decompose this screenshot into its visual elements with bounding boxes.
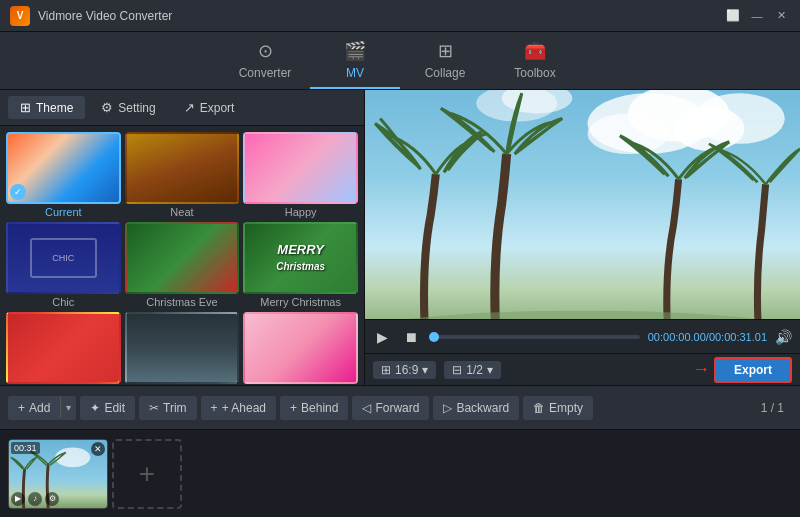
theme-label-merry-christmas: Merry Christmas	[260, 296, 341, 308]
tab-toolbox[interactable]: 🧰 Toolbox	[490, 37, 580, 89]
panel-tab-theme-label: Theme	[36, 101, 73, 115]
quality-select[interactable]: ⊟ 1/2 ▾	[444, 361, 501, 379]
play-button[interactable]: ▶	[373, 327, 392, 347]
theme-grid: ✓ Current Neat Happy	[0, 126, 364, 385]
setting-gear-icon: ⚙	[101, 100, 113, 115]
forward-button[interactable]: ◁ Forward	[352, 396, 429, 420]
maximize-button[interactable]: —	[748, 7, 766, 25]
video-preview	[365, 90, 800, 319]
theme-thumb-happy	[243, 132, 358, 204]
backward-label: Backward	[456, 401, 509, 415]
quality-chevron-icon: ▾	[487, 363, 493, 377]
add-button-group: + Add ▾	[8, 396, 76, 420]
theme-item-merry-christmas[interactable]: MERRYChristmas Merry Christmas	[243, 222, 358, 308]
mv-icon: 🎬	[344, 40, 366, 62]
volume-icon[interactable]: 🔊	[775, 329, 792, 345]
edit-icon: ✦	[90, 401, 100, 415]
page-indicator: 1 / 1	[761, 401, 784, 415]
backward-icon: ▷	[443, 401, 452, 415]
empty-button[interactable]: 🗑 Empty	[523, 396, 593, 420]
film-volume-icon[interactable]: ♪	[28, 492, 42, 506]
panel-tab-setting-label: Setting	[118, 101, 155, 115]
tab-collage[interactable]: ⊞ Collage	[400, 37, 490, 89]
tab-mv[interactable]: 🎬 MV	[310, 37, 400, 89]
bottom-toolbar: + Add ▾ ✦ Edit ✂ Trim + + Ahead + Behind…	[0, 385, 800, 429]
toolbox-icon: 🧰	[524, 40, 546, 62]
timeline: 00:31 ✕ ▶ ♪ ⚙ +	[0, 429, 800, 517]
progress-dot	[429, 332, 439, 342]
collage-icon: ⊞	[438, 40, 453, 62]
theme-item-happy[interactable]: Happy	[243, 132, 358, 218]
backward-button[interactable]: ▷ Backward	[433, 396, 519, 420]
progress-bar[interactable]	[430, 335, 640, 339]
quality-icon: ⊟	[452, 363, 462, 377]
add-clip-button[interactable]: +	[112, 439, 182, 509]
check-badge-current: ✓	[10, 184, 26, 200]
close-button[interactable]: ✕	[772, 7, 790, 25]
film-settings-icon[interactable]: ⚙	[45, 492, 59, 506]
app-title: Vidmore Video Converter	[38, 9, 172, 23]
theme-label-happy: Happy	[285, 206, 317, 218]
ahead-label: + Ahead	[222, 401, 266, 415]
theme-thumb-neat	[125, 132, 240, 204]
converter-icon: ⊙	[258, 40, 273, 62]
video-controls-row2: ⊞ 16:9 ▾ ⊟ 1/2 ▾ → Export	[365, 353, 800, 385]
tab-converter[interactable]: ⊙ Converter	[220, 37, 310, 89]
panel-tab-setting[interactable]: ⚙ Setting	[89, 96, 167, 119]
theme-thumb-snowy	[125, 312, 240, 384]
theme-item-snowy[interactable]: Snowy Night	[125, 312, 240, 385]
film-clip-duration: 00:31	[11, 442, 40, 454]
theme-thumb-christmas-eve	[125, 222, 240, 294]
svg-point-3	[588, 113, 669, 153]
add-main-button[interactable]: + Add	[8, 396, 60, 420]
ratio-value: 16:9	[395, 363, 418, 377]
theme-thumb-current: ✓	[6, 132, 121, 204]
trim-button[interactable]: ✂ Trim	[139, 396, 197, 420]
export-area: → Export	[509, 357, 792, 383]
theme-item-current[interactable]: ✓ Current	[6, 132, 121, 218]
forward-label: Forward	[375, 401, 419, 415]
minimize-button[interactable]: ⬜	[724, 7, 742, 25]
theme-item-chic[interactable]: CHIC Chic	[6, 222, 121, 308]
trim-icon: ✂	[149, 401, 159, 415]
theme-item-neat[interactable]: Neat	[125, 132, 240, 218]
edit-label: Edit	[104, 401, 125, 415]
video-controls-row1: ▶ ⏹ 00:00:00.00/00:00:31.01 🔊	[365, 319, 800, 353]
theme-label-chic: Chic	[52, 296, 74, 308]
ahead-plus-icon: +	[211, 401, 218, 415]
film-clip-close[interactable]: ✕	[91, 442, 105, 456]
forward-icon: ◁	[362, 401, 371, 415]
panel-tab-theme[interactable]: ⊞ Theme	[8, 96, 85, 119]
behind-plus-icon: +	[290, 401, 297, 415]
add-label: Add	[29, 401, 50, 415]
svg-point-5	[694, 93, 785, 144]
theme-grid-icon: ⊞	[20, 100, 31, 115]
theme-item-santa[interactable]: Santa Claus	[6, 312, 121, 385]
empty-trash-icon: 🗑	[533, 401, 545, 415]
behind-button[interactable]: + Behind	[280, 396, 348, 420]
export-button[interactable]: Export	[714, 357, 792, 383]
stop-button[interactable]: ⏹	[400, 327, 422, 347]
add-plus-icon: +	[18, 401, 25, 415]
theme-label-current: Current	[45, 206, 82, 218]
theme-item-stripes[interactable]: Stripes & Waves	[243, 312, 358, 385]
ahead-button[interactable]: + + Ahead	[201, 396, 276, 420]
ratio-chevron-icon: ▾	[422, 363, 428, 377]
film-clip-controls: ▶ ♪ ⚙	[11, 492, 59, 506]
edit-button[interactable]: ✦ Edit	[80, 396, 135, 420]
panel-tab-export-label: Export	[200, 101, 235, 115]
export-arrow-icon: ↗	[184, 100, 195, 115]
theme-thumb-santa	[6, 312, 121, 384]
nav-tabs: ⊙ Converter 🎬 MV ⊞ Collage 🧰 Toolbox	[0, 32, 800, 90]
title-bar-controls: ⬜ — ✕	[724, 7, 790, 25]
add-dropdown-arrow[interactable]: ▾	[60, 397, 76, 418]
behind-label: Behind	[301, 401, 338, 415]
export-arrow-indicator: →	[692, 359, 710, 380]
film-play-icon[interactable]: ▶	[11, 492, 25, 506]
panel-tab-export[interactable]: ↗ Export	[172, 96, 247, 119]
theme-item-christmas-eve[interactable]: Christmas Eve	[125, 222, 240, 308]
ratio-select[interactable]: ⊞ 16:9 ▾	[373, 361, 436, 379]
title-bar-left: V Vidmore Video Converter	[10, 6, 172, 26]
right-panel: ▶ ⏹ 00:00:00.00/00:00:31.01 🔊 ⊞ 16:9 ▾ ⊟…	[365, 90, 800, 385]
theme-label-christmas-eve: Christmas Eve	[146, 296, 218, 308]
